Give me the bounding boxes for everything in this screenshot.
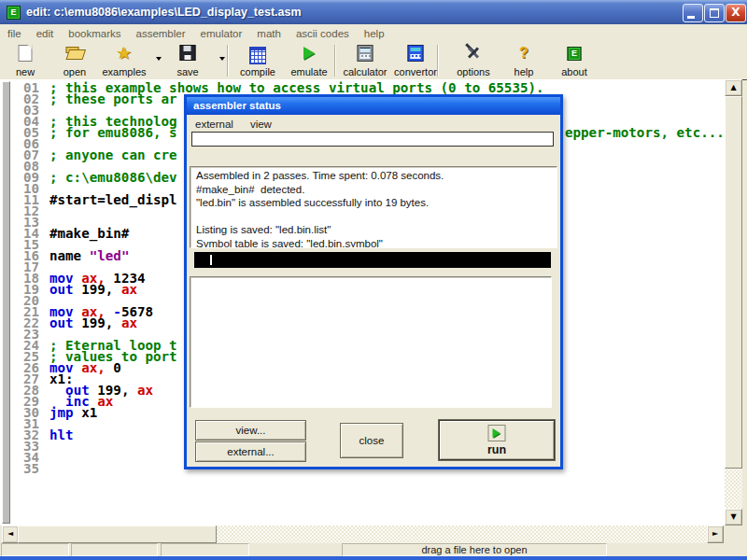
toolbar-options-label: options <box>444 66 502 77</box>
play-icon <box>303 47 315 60</box>
status-panel-2 <box>71 543 158 556</box>
floppy-icon <box>180 45 196 61</box>
scroll-right-button[interactable]: ► <box>707 525 724 543</box>
horizontal-scrollbar[interactable]: ◄ ► <box>0 525 725 543</box>
run-button[interactable]: run <box>439 420 555 460</box>
run-button-label: run <box>440 443 554 456</box>
vertical-scrollbar[interactable]: ▲ ▼ <box>725 79 742 525</box>
menu-edit[interactable]: edit <box>29 26 62 39</box>
toolbar-emulate-button[interactable]: emulate <box>280 44 338 77</box>
hscroll-thumb[interactable] <box>18 525 217 543</box>
up-arrow-icon: ▲ <box>726 80 741 94</box>
title-bar[interactable]: E edit: c:\emu8086\examples\LED_display_… <box>0 0 747 24</box>
toolbar-about-button[interactable]: Eabout <box>545 44 603 77</box>
toolbar-examples-label: examples <box>95 66 153 77</box>
menu-bookmarks[interactable]: bookmarks <box>61 26 128 39</box>
run-play-icon <box>488 425 506 441</box>
dialog-menu-view[interactable]: view <box>242 117 280 130</box>
toolbar-convertor-button[interactable]: convertor <box>387 44 444 77</box>
external-button[interactable]: external... <box>195 441 306 462</box>
console-bar[interactable] <box>194 252 551 268</box>
menu-emulator[interactable]: emulator <box>193 26 250 39</box>
dialog-close-button[interactable]: close <box>340 423 403 458</box>
toolbar-separator <box>334 45 336 77</box>
toolbar-save-label: save <box>159 66 217 77</box>
code-text: out 199, ax <box>49 284 137 295</box>
code-text: ; c:\emu8086\dev <box>49 172 177 183</box>
window-title: edit: c:\emu8086\examples\LED_display_te… <box>26 0 302 24</box>
code-text: #make_bin# <box>49 228 129 239</box>
code-text: ; for emu8086, s <box>49 127 177 138</box>
dialog-menu-external[interactable]: external <box>187 117 242 130</box>
vscroll-thumb[interactable] <box>725 96 742 469</box>
code-text: name "led" <box>49 250 129 261</box>
star-icon: ★ <box>117 45 132 61</box>
new-file-icon <box>19 45 33 62</box>
status-bar: drag a file here to open <box>0 543 747 556</box>
toolbar-help-label: help <box>495 66 553 77</box>
dialog-title-bar[interactable]: assembler status <box>187 97 560 115</box>
toolbar-help-button[interactable]: ?help <box>495 44 553 77</box>
left-arrow-icon: ◄ <box>3 526 18 540</box>
menu-math[interactable]: math <box>249 26 289 39</box>
code-text-fragment: epper-motors, etc... <box>565 127 725 138</box>
toolbar-separator <box>437 45 439 77</box>
assembler-output-box[interactable]: Assembled in 2 passes. Time spent: 0.078… <box>190 166 557 248</box>
code-text: out 199, ax <box>49 317 137 329</box>
scroll-left-button[interactable]: ◄ <box>2 525 19 543</box>
menu-assembler[interactable]: assembler <box>129 26 193 39</box>
restore-icon <box>710 8 719 18</box>
question-icon: ? <box>519 45 529 61</box>
gutter-strip <box>2 81 10 524</box>
window-bottom-border <box>0 556 747 560</box>
status-panel-1 <box>1 543 69 556</box>
status-panel-3 <box>161 543 249 556</box>
toolbar-emulate-label: emulate <box>280 66 338 77</box>
assembler-status-dialog[interactable]: assembler status externalview Assembled … <box>184 94 563 469</box>
calculator-icon <box>358 45 374 62</box>
drag-file-panel[interactable]: drag a file here to open <box>342 543 607 556</box>
toolbar-save-button[interactable]: save <box>159 44 217 77</box>
toolbar-about-label: about <box>545 66 603 77</box>
minimize-icon <box>687 16 695 19</box>
close-button[interactable]: X <box>726 4 746 22</box>
code-text: ; these ports ar <box>49 93 177 105</box>
scroll-down-button[interactable]: ▼ <box>725 509 742 525</box>
code-text: jmp x1 <box>49 407 97 418</box>
right-arrow-icon: ► <box>708 526 723 540</box>
toolbar-calculator-label: calculator <box>336 66 394 77</box>
down-arrow-icon: ▼ <box>726 510 741 524</box>
dropdown-arrow-icon[interactable] <box>219 57 225 61</box>
menu-ascii-codes[interactable]: ascii codes <box>289 26 357 39</box>
dialog-command-input[interactable] <box>191 132 554 147</box>
open-folder-icon <box>66 47 84 60</box>
toolbar-compile-button[interactable]: compile <box>229 44 287 77</box>
toolbar: newopen★examplessavecompileemulatecalcul… <box>0 42 747 80</box>
empty-output-box[interactable] <box>190 276 552 408</box>
toolbar-options-button[interactable]: options <box>444 44 502 77</box>
restore-button[interactable] <box>704 4 725 22</box>
code-text: ; anyone can cre <box>49 149 177 161</box>
view-button[interactable]: view... <box>195 420 306 441</box>
chip-icon: E <box>568 47 582 61</box>
emu8086-chip-icon: E <box>7 6 21 20</box>
dialog-menu-bar: externalview <box>187 115 560 132</box>
toolbar-calculator-button[interactable]: calculator <box>336 44 394 77</box>
code-text: #start=led_displ <box>49 194 177 205</box>
toolbar-compile-label: compile <box>229 66 287 77</box>
text-caret <box>210 255 212 265</box>
tools-icon <box>465 45 482 61</box>
convertor-icon <box>408 45 424 62</box>
hscroll-track[interactable] <box>215 525 707 543</box>
toolbar-convertor-label: convertor <box>387 66 444 77</box>
minimize-button[interactable] <box>683 4 703 22</box>
emu8086-editor-window: E edit: c:\emu8086\examples\LED_display_… <box>0 0 747 560</box>
menu-help[interactable]: help <box>357 26 392 39</box>
menu-file[interactable]: file <box>0 26 29 39</box>
compile-grid-icon <box>249 47 266 64</box>
menu-bar: fileeditbookmarksassembleremulatormathas… <box>0 24 747 42</box>
toolbar-examples-button[interactable]: ★examples <box>95 44 153 77</box>
scroll-up-button[interactable]: ▲ <box>725 79 742 96</box>
line-number: 35 <box>19 463 39 474</box>
toolbar-separator <box>227 45 229 77</box>
